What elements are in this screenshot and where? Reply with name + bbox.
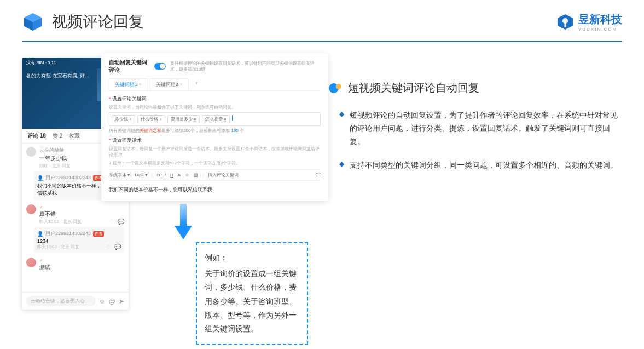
comment-item: ♂ 真不错 昨天10:08 · 北京 回复 ♡ 💬 bbox=[26, 204, 124, 253]
comment-icon[interactable]: 💬 bbox=[114, 244, 121, 250]
keyword-group-tabs: 关键词组1 × 关键词组2 × + bbox=[109, 78, 321, 91]
panel-title: 自动回复关键词评论 bbox=[109, 59, 150, 74]
logo-sub: YUUXIN.COM bbox=[578, 27, 622, 32]
color-button[interactable]: A bbox=[178, 173, 181, 178]
field-hint: 设置关键词，当评论内容包含了以下关键词，则系统可自动回复。 bbox=[109, 104, 321, 110]
diamond-icon: ◆ bbox=[339, 160, 344, 172]
tag[interactable]: 什么价格 × bbox=[137, 115, 165, 123]
toggle-switch[interactable] bbox=[154, 63, 165, 70]
author-badge: 作者 bbox=[93, 231, 104, 237]
emoji-icon[interactable]: ☺ bbox=[99, 297, 106, 305]
editor-toolbar: 系统字体 ▾ 14px ▾ | B I U A ☺ ▧ | 插入评论关键词 ⛶ bbox=[109, 169, 321, 181]
reply-bubble: 👤 用户2299214302243 作者 1234 昨天10:08 · 北京 回… bbox=[34, 227, 124, 253]
bullet-icon bbox=[328, 81, 343, 95]
bold-button[interactable]: B bbox=[157, 173, 160, 178]
tag[interactable]: 怎么收费 × bbox=[202, 115, 230, 123]
comment-input[interactable]: 善语结善缘，恶言伤人心 bbox=[26, 296, 96, 306]
underline-button[interactable]: U bbox=[170, 173, 173, 178]
tab-group-2[interactable]: 关键词组2 × bbox=[150, 78, 189, 90]
comment-user: ♂ bbox=[39, 258, 124, 263]
emoji-button[interactable]: ☺ bbox=[185, 173, 189, 178]
svg-rect-5 bbox=[180, 204, 187, 226]
reply-user: 用户2299214302243 bbox=[45, 230, 91, 237]
divider bbox=[22, 41, 622, 42]
page-title: 视频评论回复 bbox=[52, 12, 144, 32]
header: 视频评论回复 昱新科技 YUUXIN.COM bbox=[0, 0, 644, 38]
cube-icon bbox=[22, 11, 44, 33]
tab-likes[interactable]: 赞 2 bbox=[53, 132, 62, 140]
avatar bbox=[26, 204, 36, 214]
section-head: 短视频关键词评论自动回复 bbox=[328, 81, 622, 95]
comment-text: 测试 bbox=[39, 264, 124, 271]
comment-text: 真不错 bbox=[39, 210, 124, 218]
logo-icon bbox=[556, 13, 574, 31]
insert-keyword-button[interactable]: 插入评论关键词 bbox=[208, 172, 239, 178]
keyword-count-hint: 所有关键词组的关键词之和最多可添加200个，目前剩余可添加 195 个 bbox=[109, 128, 321, 134]
example-body: 关于询价的设置成一组关键词，多少钱、什么价格，费用多少等。关于咨询班型、版本、型… bbox=[205, 267, 299, 336]
avatar bbox=[26, 147, 36, 157]
comment-item: ♂ 测试 bbox=[26, 258, 124, 272]
panel-desc: 支持根据评论的关键词设置回复话术，可以针对不同类型关键词设置回复话术，最多添加1… bbox=[170, 60, 321, 72]
comment-icon[interactable]: 💬 bbox=[118, 219, 124, 225]
size-select[interactable]: 14px ▾ bbox=[134, 173, 147, 178]
bullet-text: 短视频评论的自动回复设置，为了提升作者的评论回复效率，在系统中针对常见的评论用户… bbox=[350, 109, 622, 148]
image-button[interactable]: ▧ bbox=[194, 173, 198, 178]
svg-point-4 bbox=[562, 18, 568, 24]
avatar bbox=[26, 258, 36, 267]
svg-marker-6 bbox=[175, 226, 192, 239]
at-icon[interactable]: @ bbox=[109, 297, 115, 305]
editor-content[interactable]: 我们不同的版本价格不一样，您可以私信联系我 bbox=[109, 184, 321, 196]
expand-button[interactable]: ⛶ bbox=[316, 173, 321, 178]
comment-input-bar: 善语结善缘，恶言伤人心 ☺ @ ➤ bbox=[22, 292, 129, 310]
diamond-icon: ◆ bbox=[339, 110, 344, 148]
bullet-text: 支持不同类型的关键词分组，同一类问题，可设置多个相近的、高频的关键词。 bbox=[350, 159, 618, 172]
field-tip: 1 提示：一个富文本框最多支持512个字符，一个汉字占用2个字符。 bbox=[109, 160, 321, 166]
arrow-icon bbox=[172, 204, 194, 242]
font-select[interactable]: 系统字体 ▾ bbox=[109, 172, 130, 178]
cursor bbox=[232, 115, 233, 121]
tab-fav[interactable]: 收藏 bbox=[69, 132, 80, 140]
mockup-area: 没有 SIM · 5:11 各的力有瓶 在宝石有腐, 好… 评论 18 赞 2 … bbox=[22, 53, 312, 316]
bullet-item: ◆ 短视频评论的自动回复设置，为了提升作者的评论回复效率，在系统中针对常见的评论… bbox=[328, 109, 622, 148]
tab-comments[interactable]: 评论 18 bbox=[27, 132, 46, 140]
section-title: 短视频关键词评论自动回复 bbox=[348, 81, 479, 95]
example-box: 例如： 关于询价的设置成一组关键词，多少钱、什么价格，费用多少等。关于咨询班型、… bbox=[196, 242, 308, 345]
comment-user: ♂ bbox=[39, 204, 124, 210]
field-label: * 设置回复话术 bbox=[109, 137, 321, 144]
heart-icon[interactable]: ♡ bbox=[106, 244, 111, 250]
tag[interactable]: 费用是多少 × bbox=[167, 115, 200, 123]
reply-text: 1234 bbox=[37, 238, 121, 244]
description-column: 短视频关键词评论自动回复 ◆ 短视频评论的自动回复设置，为了提升作者的评论回复效… bbox=[328, 53, 622, 316]
person-icon: 👤 bbox=[37, 231, 43, 237]
settings-panel: 自动回复关键词评论 支持根据评论的关键词设置回复话术，可以针对不同类型关键词设置… bbox=[101, 53, 328, 201]
svg-point-8 bbox=[336, 84, 341, 89]
tab-add[interactable]: + bbox=[191, 78, 202, 90]
header-left: 视频评论回复 bbox=[22, 11, 144, 33]
example-title: 例如： bbox=[205, 251, 299, 265]
send-icon[interactable]: ➤ bbox=[119, 297, 124, 305]
heart-icon[interactable]: ♡ bbox=[109, 219, 114, 225]
reply-meta: 昨天10:08 · 北京 回复 bbox=[37, 244, 79, 250]
tab-group-1[interactable]: 关键词组1 × bbox=[109, 78, 148, 90]
keyword-input[interactable]: 多少钱 × 什么价格 × 费用是多少 × 怎么收费 × bbox=[109, 112, 321, 126]
comment-meta: 昨天10:08 · 北京 回复 bbox=[39, 219, 82, 225]
field-hint: 设置回复话术，每回复一个用户评论只发送一条话术。最多支持设置10条不同话术，按添… bbox=[109, 146, 321, 158]
logo-text: 昱新科技 bbox=[578, 12, 622, 27]
reply-user: 用户2299214302243 bbox=[45, 174, 91, 181]
field-label: * 设置评论关键词 bbox=[109, 95, 321, 102]
brand-logo: 昱新科技 YUUXIN.COM bbox=[556, 12, 622, 32]
tag[interactable]: 多少钱 × bbox=[112, 115, 135, 123]
italic-button[interactable]: I bbox=[165, 173, 166, 178]
bullet-item: ◆ 支持不同类型的关键词分组，同一类问题，可设置多个相近的、高频的关键词。 bbox=[328, 159, 622, 172]
person-icon: 👤 bbox=[37, 175, 43, 181]
